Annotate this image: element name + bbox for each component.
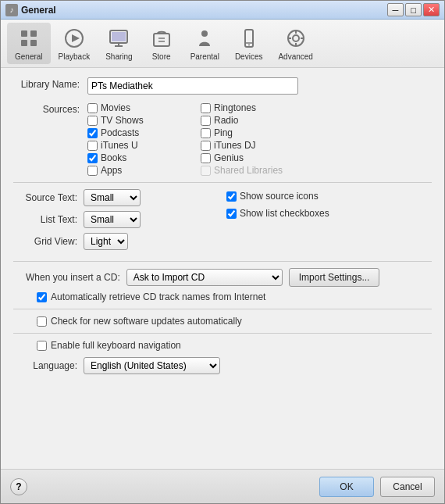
- sources-content: Movies Ringtones TV Shows Radio: [87, 102, 432, 176]
- ping-label: Ping: [214, 127, 233, 138]
- itunes-dj-label: iTunes DJ: [214, 140, 256, 151]
- toolbar-item-advanced[interactable]: Advanced: [270, 23, 320, 64]
- sources-row: Sources: Movies Ringtones TV Shows: [13, 102, 432, 176]
- source-podcasts: Podcasts: [87, 127, 193, 138]
- apps-label: Apps: [101, 165, 122, 176]
- ping-checkbox[interactable]: [201, 128, 211, 138]
- podcasts-label: Podcasts: [101, 127, 139, 138]
- toolbar-item-playback[interactable]: Playback: [51, 23, 98, 64]
- title-controls: ─ □ ✕: [387, 3, 440, 16]
- parental-label: Parental: [190, 52, 219, 61]
- cd-row: When you insert a CD: Ask to Import CD I…: [13, 268, 432, 287]
- books-checkbox[interactable]: [87, 153, 98, 163]
- maximize-button[interactable]: □: [405, 3, 422, 16]
- show-source-icons-checkbox[interactable]: [226, 191, 237, 202]
- window-icon: ♪: [5, 4, 18, 16]
- cd-label: When you insert a CD:: [26, 272, 120, 283]
- toolbar-item-general[interactable]: General: [7, 23, 51, 64]
- window-title: General: [21, 5, 387, 16]
- minimize-button[interactable]: ─: [387, 3, 404, 16]
- ok-button[interactable]: OK: [319, 477, 374, 497]
- toolbar: General Playback Sharing: [1, 20, 444, 68]
- grid-view-label: Grid View:: [13, 236, 84, 247]
- grid-view-row: Grid View: Light Dark: [13, 233, 219, 250]
- keyboard-nav-checkbox[interactable]: [37, 341, 47, 351]
- source-apps: Apps: [87, 165, 193, 176]
- source-ping: Ping: [201, 127, 306, 138]
- source-itunes-u: iTunes U: [87, 140, 193, 151]
- itunes-dj-checkbox[interactable]: [201, 141, 211, 151]
- genius-checkbox[interactable]: [201, 153, 211, 163]
- svg-rect-2: [21, 40, 27, 46]
- devices-icon: [237, 26, 262, 51]
- grid-view-select[interactable]: Light Dark: [84, 233, 128, 250]
- shared-libraries-checkbox[interactable]: [201, 166, 211, 176]
- general-icon: [16, 26, 41, 51]
- show-list-checkboxes-row: Show list checkboxes: [226, 208, 432, 219]
- show-list-checkboxes-checkbox[interactable]: [226, 209, 237, 219]
- main-window: ♪ General ─ □ ✕ General: [0, 0, 445, 504]
- source-shared-libraries: Shared Libraries: [201, 165, 306, 176]
- shared-libraries-label: Shared Libraries: [214, 165, 283, 176]
- cd-action-select[interactable]: Ask to Import CD Import CD Import CD and…: [126, 269, 283, 286]
- list-text-row: List Text: Small Medium Large: [13, 211, 219, 228]
- source-radio: Radio: [201, 115, 306, 126]
- tv-shows-checkbox[interactable]: [87, 116, 98, 126]
- itunes-u-checkbox[interactable]: [87, 141, 98, 151]
- source-ringtones: Ringtones: [201, 102, 306, 113]
- show-source-icons-row: Show source icons: [226, 191, 432, 202]
- footer-buttons: OK Cancel: [319, 477, 435, 497]
- toolbar-item-devices[interactable]: Devices: [227, 23, 271, 64]
- toolbar-item-parental[interactable]: Parental: [183, 23, 227, 64]
- language-label: Language:: [13, 360, 84, 371]
- ringtones-label: Ringtones: [214, 102, 256, 113]
- right-options: Show source icons Show list checkboxes: [219, 189, 432, 255]
- apps-checkbox[interactable]: [87, 166, 98, 176]
- list-text-select[interactable]: Small Medium Large: [84, 211, 141, 228]
- itunes-u-label: iTunes U: [101, 140, 138, 151]
- genius-label: Genius: [214, 152, 244, 163]
- sharing-icon: [106, 26, 131, 51]
- content-area: Library Name: Sources: Movies Ringtones: [1, 68, 444, 469]
- svg-rect-11: [154, 34, 169, 46]
- auto-retrieve-label: Automatically retrieve CD track names fr…: [51, 291, 265, 302]
- footer: ? OK Cancel: [1, 469, 444, 503]
- auto-retrieve-checkbox[interactable]: [37, 292, 47, 302]
- source-text-select[interactable]: Small Medium Large: [84, 189, 141, 206]
- svg-rect-7: [112, 32, 126, 41]
- sources-label: Sources:: [13, 102, 87, 115]
- divider-1: [13, 182, 432, 183]
- advanced-icon: [283, 26, 308, 51]
- toolbar-item-store[interactable]: Store: [141, 23, 183, 64]
- language-select[interactable]: English (United States) German French Sp…: [84, 357, 220, 374]
- radio-checkbox[interactable]: [201, 116, 211, 126]
- svg-rect-3: [30, 40, 37, 46]
- toolbar-item-sharing[interactable]: Sharing: [98, 23, 140, 64]
- cancel-button[interactable]: Cancel: [380, 477, 435, 497]
- title-bar: ♪ General ─ □ ✕: [1, 1, 444, 20]
- show-source-icons-label: Show source icons: [240, 191, 319, 202]
- advanced-label: Advanced: [278, 52, 312, 61]
- svg-rect-0: [21, 30, 27, 37]
- general-label: General: [15, 52, 43, 61]
- source-genius: Genius: [201, 152, 306, 163]
- keyboard-nav-label: Enable full keyboard navigation: [51, 340, 181, 351]
- library-name-row: Library Name:: [13, 77, 432, 95]
- import-settings-button[interactable]: Import Settings...: [289, 268, 380, 287]
- source-movies: Movies: [87, 102, 193, 113]
- store-icon: [149, 26, 174, 51]
- source-books: Books: [87, 152, 193, 163]
- check-updates-checkbox[interactable]: [37, 316, 47, 327]
- language-row: Language: English (United States) German…: [13, 357, 432, 374]
- radio-label: Radio: [214, 115, 238, 126]
- podcasts-checkbox[interactable]: [87, 128, 98, 138]
- store-label: Store: [152, 52, 171, 61]
- sharing-label: Sharing: [105, 52, 132, 61]
- close-button[interactable]: ✕: [423, 3, 440, 16]
- movies-checkbox[interactable]: [87, 103, 98, 113]
- tv-shows-label: TV Shows: [101, 115, 144, 126]
- help-button[interactable]: ?: [10, 478, 27, 495]
- ringtones-checkbox[interactable]: [201, 103, 211, 113]
- svg-point-17: [248, 45, 250, 46]
- library-name-input[interactable]: [87, 77, 298, 95]
